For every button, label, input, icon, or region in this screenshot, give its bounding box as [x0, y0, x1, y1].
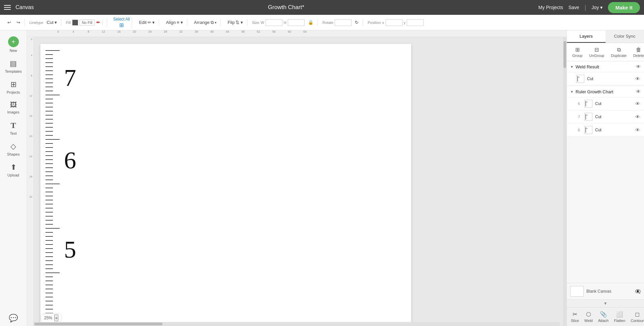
- top-header: Canvas Growth Chart* My Projects Save | …: [0, 0, 644, 15]
- main-area: + New ▤ Templates ⊞ Projects 🖼 Images T …: [0, 30, 644, 326]
- duplicate-button[interactable]: ⧉ Duplicate: [608, 45, 629, 59]
- edit-icon: ✏ ▾: [148, 20, 155, 25]
- horizontal-scrollbar[interactable]: [34, 322, 560, 326]
- ruler-h-mark-56: 56: [272, 30, 276, 33]
- blank-canvas-thumbnail: [570, 286, 584, 297]
- projects-icon: ⊞: [10, 80, 17, 89]
- cut1-name: Cut: [587, 76, 633, 81]
- tab-color-sync[interactable]: Color Sync: [606, 30, 644, 43]
- chat-icon: 💬: [9, 314, 18, 323]
- ruler-growth-chart-name: Ruler Growth Chart: [576, 89, 634, 94]
- x-input[interactable]: [386, 19, 402, 26]
- undo-button[interactable]: ↩: [5, 19, 13, 26]
- contour-icon: ◻: [635, 311, 640, 318]
- make-it-button[interactable]: Make It: [608, 2, 640, 13]
- v-scrollbar-thumb[interactable]: [563, 41, 566, 68]
- scroll-down-icon[interactable]: ▼: [604, 301, 608, 306]
- pen-icon: ✒: [96, 19, 100, 26]
- sidebar-item-projects[interactable]: ⊞ Projects: [0, 77, 27, 98]
- height-input[interactable]: [288, 19, 305, 26]
- vertical-scrollbar[interactable]: [563, 37, 566, 326]
- chart-number-5: 5: [64, 236, 76, 263]
- arrange-group: Arrange ⧉ ▾: [190, 19, 221, 26]
- cut3-visibility-icon[interactable]: 👁: [635, 114, 640, 120]
- group-button[interactable]: ⊞ Group: [570, 45, 585, 59]
- width-input[interactable]: [266, 19, 282, 26]
- growth-chart-svg: 7 6 5: [45, 47, 106, 326]
- lock-aspect-icon[interactable]: 🔒: [306, 19, 315, 26]
- flatten-button[interactable]: ⬜ Flatten: [612, 309, 627, 324]
- y-input[interactable]: [407, 19, 424, 26]
- weld-icon: ⬡: [586, 311, 591, 318]
- sidebar-item-templates[interactable]: ▤ Templates: [0, 56, 27, 77]
- no-fill-button[interactable]: No Fill: [80, 20, 95, 26]
- sidebar-item-upload[interactable]: ⬆ Upload: [0, 160, 27, 181]
- right-panel: Layers Color Sync ⊞ Group ⊟ UnGroup ⧉ Du…: [566, 30, 644, 326]
- sidebar-item-shapes[interactable]: ◇ Shapes: [0, 139, 27, 160]
- edit-button[interactable]: Edit ✏ ▾: [137, 19, 157, 26]
- select-all-group: Select All ⊞: [111, 17, 132, 28]
- sidebar-item-new[interactable]: + New: [0, 33, 27, 56]
- h-scrollbar-thumb[interactable]: [34, 323, 162, 325]
- rotate-group: Rotate ↻: [320, 19, 363, 26]
- group-icon: ⊞: [575, 46, 580, 53]
- cut2-visibility-icon[interactable]: 👁: [635, 101, 640, 106]
- cut2-name: Cut: [595, 101, 633, 106]
- weld-result-visibility-icon[interactable]: 👁: [636, 64, 641, 69]
- new-icon: +: [8, 36, 19, 47]
- ruler-h-mark-16: 16: [117, 30, 121, 33]
- ruler-h-mark-8: 8: [88, 30, 89, 33]
- attach-button[interactable]: 📎 Attach: [596, 309, 611, 324]
- user-name-label: Joy: [591, 5, 599, 10]
- doc-title: Growth Chart*: [268, 4, 304, 11]
- canvas-with-ruler: 0 4 8 12 16 20 24 28 32: [27, 37, 566, 326]
- hamburger-menu-icon[interactable]: [4, 5, 11, 10]
- align-button[interactable]: Align ≡ ▾: [164, 19, 185, 26]
- user-menu[interactable]: Joy ▾: [591, 5, 603, 10]
- redo-button[interactable]: ↪: [14, 19, 22, 26]
- arrange-button[interactable]: Arrange ⧉ ▾: [192, 19, 219, 26]
- layer-item-cut2[interactable]: 5 Cut 👁: [567, 97, 644, 110]
- flip-group: Flip ⇅ ▾: [223, 19, 247, 26]
- rotate-icon[interactable]: ↻: [353, 19, 361, 26]
- sidebar-item-images[interactable]: 🖼 Images: [0, 98, 27, 118]
- ruler-growth-chart-visibility-icon[interactable]: 👁: [636, 89, 641, 94]
- select-all-button[interactable]: Select All ⊞: [113, 17, 130, 28]
- ruler-growth-chart-header[interactable]: ▼ Ruler Growth Chart 👁: [567, 86, 644, 97]
- blank-canvas-hidden-icon[interactable]: 👁‍🗨: [635, 289, 641, 294]
- cut1-visibility-icon[interactable]: 👁: [635, 76, 640, 82]
- flatten-icon: ⬜: [616, 311, 623, 318]
- cut4-visibility-icon[interactable]: 👁: [635, 127, 640, 133]
- weld-result-header[interactable]: ▼ Weld Result 👁: [567, 61, 644, 72]
- save-button[interactable]: Save: [569, 5, 579, 10]
- canvas-viewport[interactable]: 7 6 5 25% +: [34, 37, 563, 326]
- weld-result-name: Weld Result: [576, 64, 634, 69]
- slice-button[interactable]: ✂ Slice: [569, 309, 581, 324]
- scroll-down-area: ▼: [567, 299, 644, 307]
- sidebar-item-text[interactable]: T Text: [0, 118, 27, 139]
- delete-button[interactable]: 🗑 Delete: [631, 45, 644, 59]
- layer-item-cut3[interactable]: 7 Cut 👁: [567, 110, 644, 124]
- my-projects-button[interactable]: My Projects: [539, 5, 563, 10]
- collapse-arrow-ruler-icon: ▼: [570, 90, 574, 94]
- main-toolbar: ↩ ↪ Linetype Cut ▾ Fill No Fill ✒ Select…: [0, 15, 644, 30]
- delete-icon: 🗑: [636, 47, 641, 53]
- rotate-input[interactable]: [335, 19, 351, 26]
- sidebar-item-chat[interactable]: 💬: [0, 311, 27, 326]
- ungroup-button[interactable]: ⊟ UnGroup: [587, 45, 607, 59]
- cut3-name: Cut: [595, 115, 633, 119]
- ruler-growth-chart-group: ▼ Ruler Growth Chart 👁 5 Cut 👁 7: [567, 86, 644, 137]
- header-divider: |: [585, 4, 586, 11]
- layer-item-cut4[interactable]: 6 Cut 👁: [567, 124, 644, 137]
- contour-button[interactable]: ◻ Contour: [629, 309, 644, 324]
- tab-layers[interactable]: Layers: [567, 30, 606, 43]
- weld-button[interactable]: ⬡ Weld: [582, 309, 595, 324]
- zoom-in-button[interactable]: +: [54, 315, 58, 321]
- toolbar-divider: [107, 18, 107, 27]
- ruler-h-mark-20: 20: [133, 30, 136, 33]
- sidebar-text-label: Text: [10, 131, 17, 135]
- fill-color-swatch[interactable]: [72, 20, 78, 26]
- layer-item-cut1[interactable]: Cut 👁: [567, 72, 644, 86]
- linetype-dropdown[interactable]: Cut ▾: [45, 19, 59, 26]
- flip-button[interactable]: Flip ⇅ ▾: [225, 19, 245, 26]
